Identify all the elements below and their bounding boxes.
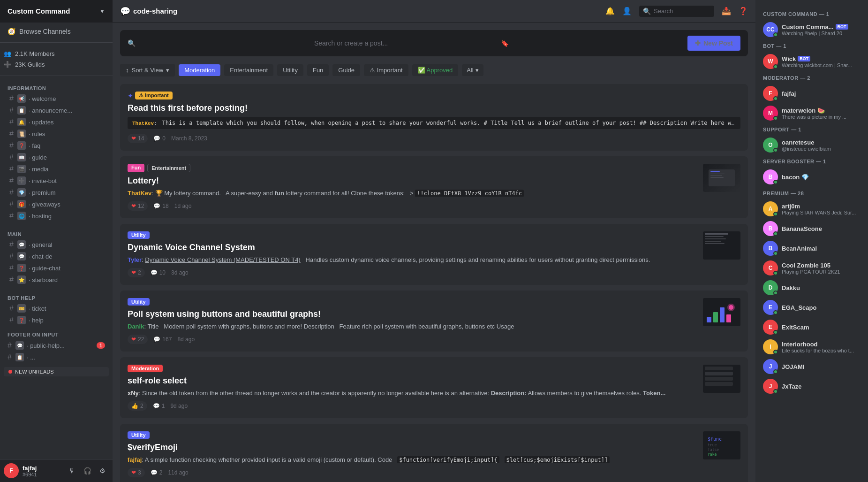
inbox-icon[interactable]: 📥 <box>722 7 731 15</box>
member-interiorhood[interactable]: I Interiorhood Life sucks for the bozos … <box>759 337 864 357</box>
channel-public-help[interactable]: #💬 · public-help... 1 <box>4 340 109 351</box>
member-info: fajfaj <box>782 90 796 97</box>
avatar: A <box>763 201 778 216</box>
header-search[interactable]: 🔍 <box>639 6 714 17</box>
channel-ticket[interactable]: #🎫 · ticket <box>6 303 107 314</box>
filter-entertainment[interactable]: Entertainment <box>224 64 273 76</box>
member-fajfaj[interactable]: F fajfaj <box>759 84 864 103</box>
filter-fun[interactable]: Fun <box>307 64 329 76</box>
channel-giveaways[interactable]: #🎁 · giveaways <box>6 199 107 210</box>
settings-icon[interactable]: ⚙ <box>96 464 109 477</box>
group-label-server-booster: SERVER BOOSTER — 1 <box>759 155 864 167</box>
svg-rect-4 <box>710 177 724 178</box>
channel-guide[interactable]: #📖 · guide <box>6 152 107 163</box>
svg-text:$func: $func <box>708 436 722 442</box>
bot-help-section: Bot Help #🎫 · ticket #❓ · help <box>0 288 113 328</box>
new-post-button[interactable]: ✚ New Post <box>687 36 740 51</box>
member-beananimal[interactable]: B BeanAnimal <box>759 238 864 258</box>
member-activity: @insteuue uwielbiam <box>782 146 831 152</box>
avatar: B <box>763 169 778 184</box>
author: ThatKev <box>132 121 154 126</box>
help-icon[interactable]: ❓ <box>739 7 748 15</box>
channel-announcements[interactable]: #📋 · announceme... <box>6 105 107 116</box>
post-card-1[interactable]: ✦ ⚠ Important Read this first before pos… <box>120 84 748 151</box>
post-date: 1d ago <box>174 203 192 209</box>
comment-count: 1 <box>162 403 165 409</box>
user-panel: F fajfaj #6941 🎙 🎧 ⚙ <box>0 459 113 482</box>
member-custom-command-bot[interactable]: CC Custom Comma... BOT Watching !!help |… <box>759 20 864 39</box>
member-name-row: fajfaj <box>782 90 796 97</box>
post-date: March 8, 2023 <box>171 135 207 142</box>
comment-icon: 💬 <box>151 269 158 276</box>
guilds-stat[interactable]: ➕ 23K Guilds <box>0 59 113 70</box>
channel-faq[interactable]: #❓ · faq <box>6 140 107 151</box>
member-jxtaze[interactable]: J JxTaze <box>759 376 864 396</box>
post-title: Poll system using buttons and beautiful … <box>128 309 740 319</box>
channel-welcome[interactable]: #📢 · welcome <box>6 93 107 104</box>
post-date: 11d ago <box>168 469 188 476</box>
filter-important[interactable]: ⚠ Important <box>364 64 408 76</box>
post-card-4[interactable]: Utility Poll system using buttons and be… <box>120 291 748 352</box>
svg-rect-14 <box>720 307 725 322</box>
post-search-bar[interactable]: 🔍 Search or create a post... 🔖 ✚ New Pos… <box>120 30 748 56</box>
member-ega-scapo[interactable]: E EGA_Scapo <box>759 298 864 317</box>
status-indicator <box>773 180 778 184</box>
user-actions: 🎙 🎧 ⚙ <box>66 464 109 477</box>
member-exitscam[interactable]: E ExitScam <box>759 317 864 337</box>
avatar: E <box>763 300 778 315</box>
comment-count: 0 <box>162 135 166 142</box>
server-header[interactable]: Custom Command ▼ <box>0 0 113 23</box>
browse-channels-item[interactable]: 🧭 Browse Channels <box>0 23 113 40</box>
svg-text:rake: rake <box>708 452 717 457</box>
members-count: 2.1K Members <box>15 50 55 57</box>
member-oanretesue[interactable]: O oanretesue @insteuue uwielbiam <box>759 135 864 155</box>
channel-media[interactable]: #🎬 · media <box>6 163 107 175</box>
post-card-6[interactable]: $functruefalserake Utility $verifyEmoji … <box>120 424 748 482</box>
member-activity: Watching !!help | Shard 20 <box>782 31 848 36</box>
filter-approved[interactable]: ✅ Approved <box>412 64 459 76</box>
channel-premium[interactable]: #💎 · premium <box>6 187 107 198</box>
channel-starboard[interactable]: #⭐ · starboard <box>6 274 107 285</box>
members-stat[interactable]: 👥 2.1K Members <box>0 48 113 59</box>
filter-guide[interactable]: Guide <box>332 64 360 76</box>
comment-count: 10 <box>159 269 166 276</box>
comment-icon: 💬 <box>153 203 160 209</box>
headphones-icon[interactable]: 🎧 <box>81 464 94 477</box>
filter-all[interactable]: All ▾ <box>462 64 483 76</box>
new-unreads-button[interactable]: NEW UNREADS <box>4 367 109 376</box>
member-artj0m[interactable]: A artj0m Playing STAR WARS Jedi: Sur... <box>759 199 864 219</box>
sort-view-button[interactable]: ↕ Sort & View ▾ <box>120 64 175 77</box>
post-card-2[interactable]: Fun Entertainment Lottery! ThatKev: 🏆 My… <box>120 156 748 218</box>
member-cool-zombie[interactable]: C Cool Zombie 105 Playing PGA TOUR 2K21 <box>759 258 864 278</box>
member-bacon[interactable]: B bacon 💎 <box>759 167 864 187</box>
comment-count: 2 <box>159 469 163 476</box>
channel-help[interactable]: #❓ · help <box>6 314 107 326</box>
mic-icon[interactable]: 🎙 <box>66 464 79 477</box>
post-card-3[interactable]: Utility Dynamic Voice Channel System Tyl… <box>120 224 748 285</box>
notification-icon[interactable]: 🔔 <box>605 7 615 15</box>
channel-guide-chat[interactable]: #❓ · guide-chat <box>6 262 107 274</box>
member-materwelon[interactable]: M materwelon 🍉 There was a picture in my… <box>759 103 864 123</box>
filter-utility[interactable]: Utility <box>277 64 303 76</box>
channel-chat-de[interactable]: #💬 · chat-de <box>6 251 107 262</box>
divider <box>0 76 113 76</box>
search-input[interactable] <box>654 8 710 15</box>
post-card-5[interactable]: Moderation self-role select xNy: Since t… <box>120 357 748 418</box>
channel-rules[interactable]: #📜 · rules <box>6 128 107 139</box>
channel-unknown[interactable]: #📋 · ... <box>4 352 109 363</box>
svg-rect-3 <box>710 176 722 176</box>
filter-moderation[interactable]: Moderation <box>179 64 220 76</box>
member-dakku[interactable]: D Dakku <box>759 278 864 298</box>
channel-invite-bot[interactable]: #➕ · invite-bot <box>6 175 107 186</box>
post-search-placeholder: Search or create a post... <box>314 39 496 47</box>
member-wick[interactable]: W Wick BOT Watching wickbot.com | Shar..… <box>759 52 864 71</box>
forum-icon: 💬 <box>120 6 130 16</box>
section-label: Main <box>4 231 109 237</box>
group-label-bot: BOT — 1 <box>759 39 864 52</box>
member-bananascone[interactable]: B BananaScone <box>759 219 864 238</box>
member-jojami[interactable]: J JOJAMI <box>759 357 864 376</box>
members-icon[interactable]: 👤 <box>622 7 632 15</box>
channel-updates[interactable]: #🔔 · updates <box>6 116 107 128</box>
channel-general[interactable]: #💬 · general <box>6 239 107 250</box>
channel-hosting[interactable]: #🌐 · hosting <box>6 210 107 222</box>
